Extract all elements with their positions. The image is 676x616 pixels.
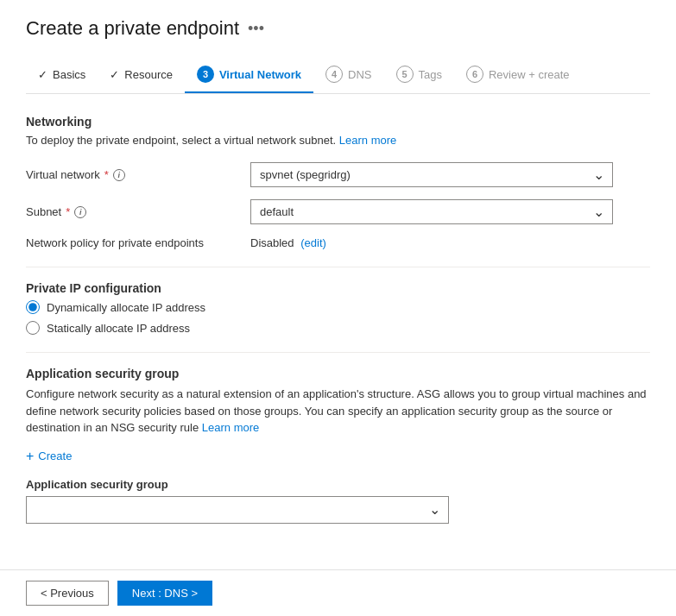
virtual-network-select-wrapper: spvnet (spegridrg) bbox=[250, 162, 613, 187]
asg-title: Application security group bbox=[26, 367, 650, 380]
asg-field-group: Application security group bbox=[26, 478, 650, 524]
plus-icon: + bbox=[26, 449, 34, 464]
step-num-review-create: 6 bbox=[466, 66, 483, 83]
step-tags[interactable]: 5 Tags bbox=[384, 57, 454, 93]
subnet-select-wrapper: default bbox=[250, 199, 613, 224]
step-label-review-create: Review + create bbox=[489, 68, 570, 81]
step-check-resource: ✓ bbox=[110, 68, 119, 81]
virtual-network-label: Virtual network * i bbox=[26, 168, 250, 181]
step-dns[interactable]: 4 DNS bbox=[313, 57, 383, 93]
previous-button[interactable]: < Previous bbox=[26, 581, 109, 606]
networking-section: Networking To deploy the private endpoin… bbox=[26, 115, 650, 249]
networking-learn-more-link[interactable]: Learn more bbox=[339, 134, 396, 147]
step-label-tags: Tags bbox=[419, 68, 442, 81]
subnet-select[interactable]: default bbox=[250, 199, 613, 224]
private-ip-title: Private IP configuration bbox=[26, 281, 650, 295]
radio-dynamic-input[interactable] bbox=[26, 300, 40, 314]
step-label-virtual-network: Virtual Network bbox=[219, 68, 301, 81]
step-num-dns: 4 bbox=[325, 66, 343, 83]
step-num-virtual-network: 3 bbox=[197, 66, 214, 83]
page-title: Create a private endpoint bbox=[26, 17, 239, 40]
network-policy-row: Network policy for private endpoints Dis… bbox=[26, 236, 650, 249]
radio-static[interactable]: Statically allocate IP address bbox=[26, 321, 650, 335]
step-label-dns: DNS bbox=[348, 68, 371, 81]
asg-learn-more-link[interactable]: Learn more bbox=[202, 421, 259, 434]
network-policy-edit-link[interactable]: (edit) bbox=[300, 236, 326, 249]
vnet-info-icon[interactable]: i bbox=[113, 169, 125, 181]
private-ip-section: Private IP configuration Dynamically all… bbox=[26, 281, 650, 335]
asg-section: Application security group Configure net… bbox=[26, 367, 650, 524]
networking-title: Networking bbox=[26, 115, 650, 129]
asg-select-wrapper bbox=[26, 496, 449, 524]
create-asg-button[interactable]: + Create bbox=[26, 449, 72, 464]
step-label-basics: Basics bbox=[53, 68, 85, 81]
subnet-control: default bbox=[250, 199, 650, 224]
more-options-icon[interactable]: ••• bbox=[248, 20, 264, 38]
radio-static-input[interactable] bbox=[26, 321, 40, 335]
step-num-tags: 5 bbox=[396, 66, 414, 83]
asg-field-label: Application security group bbox=[26, 478, 650, 491]
subnet-info-icon[interactable]: i bbox=[74, 206, 86, 218]
create-asg-label: Create bbox=[38, 449, 72, 462]
subnet-required-marker: * bbox=[66, 205, 70, 218]
vnet-required-marker: * bbox=[104, 168, 109, 181]
bottom-bar: < Previous Next : DNS > bbox=[0, 569, 676, 616]
radio-dynamic-label: Dynamically allocate IP address bbox=[47, 301, 205, 314]
asg-select[interactable] bbox=[26, 496, 449, 524]
step-review-create[interactable]: 6 Review + create bbox=[454, 57, 582, 93]
subnet-row: Subnet * i default bbox=[26, 199, 650, 224]
virtual-network-control: spvnet (spegridrg) bbox=[250, 162, 650, 187]
step-basics[interactable]: ✓ Basics bbox=[26, 60, 98, 91]
step-resource[interactable]: ✓ Resource bbox=[98, 60, 185, 91]
networking-desc: To deploy the private endpoint, select a… bbox=[26, 134, 650, 147]
next-button[interactable]: Next : DNS > bbox=[117, 581, 212, 606]
virtual-network-select[interactable]: spvnet (spegridrg) bbox=[250, 162, 613, 187]
network-policy-label: Network policy for private endpoints bbox=[26, 236, 250, 249]
section-divider-2 bbox=[26, 352, 650, 353]
wizard-nav: ✓ Basics ✓ Resource 3 Virtual Network 4 … bbox=[26, 57, 650, 94]
step-virtual-network[interactable]: 3 Virtual Network bbox=[185, 57, 313, 93]
virtual-network-row: Virtual network * i spvnet (spegridrg) bbox=[26, 162, 650, 187]
radio-dynamic[interactable]: Dynamically allocate IP address bbox=[26, 300, 650, 314]
step-check-basics: ✓ bbox=[38, 68, 47, 81]
subnet-label: Subnet * i bbox=[26, 205, 250, 218]
asg-desc: Configure network security as a natural … bbox=[26, 386, 650, 437]
radio-static-label: Statically allocate IP address bbox=[47, 322, 190, 335]
step-label-resource: Resource bbox=[124, 68, 173, 81]
section-divider-1 bbox=[26, 267, 650, 267]
network-policy-value: Disabled (edit) bbox=[250, 236, 326, 249]
